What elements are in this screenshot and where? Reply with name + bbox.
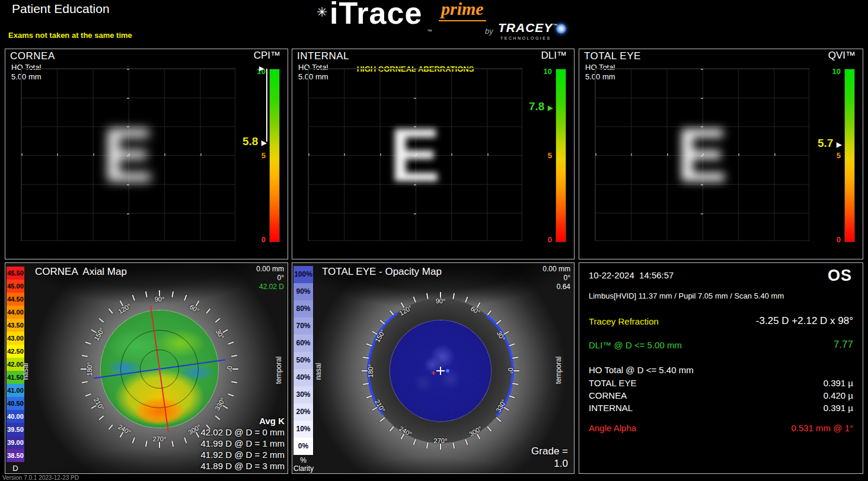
panel-total-eye-opacity-map: 100% 90% 80% 70% 60% 50% 40% 30% 20% 10%… — [292, 262, 575, 474]
exam-warning-text: Exams not taken at the same time — [8, 31, 132, 40]
tick-mark — [85, 393, 91, 396]
tick-mark — [503, 407, 509, 411]
dli-index-label: DLI™ — [541, 50, 567, 62]
logo-prime-text: prime — [439, 0, 486, 21]
tick-mark — [487, 427, 492, 432]
logo-itrace-text: iTrace — [330, 0, 422, 31]
tick-mark — [132, 437, 135, 443]
ho-total-header: HO Total @ D <= 5.40 mm — [589, 365, 694, 375]
scale-cell: 43.50 — [7, 319, 24, 332]
scale-cell: 44.50 — [7, 293, 24, 306]
scale-cell: 10% — [293, 421, 313, 438]
marker-arrow-icon: ▶ — [261, 139, 267, 147]
tick-mark — [184, 295, 187, 301]
panel-exam-summary: 10-22-2024 14:56:57 OS Limbus[HVID] 11.3… — [579, 262, 863, 474]
cpi-color-scale: 10 5 0 5.8 ▶ — [269, 69, 280, 242]
scale-cell: 30% — [293, 386, 313, 403]
scale-cell: 50% — [293, 352, 313, 369]
tick-mark — [496, 417, 502, 422]
ho-total-row: CORNEA0.420 µ — [589, 390, 853, 403]
angle-label: 0° — [507, 368, 514, 374]
angle-alpha-label: Angle Alpha — [589, 423, 636, 433]
dli-value: 7.77 — [834, 339, 853, 351]
grade-value: 1.0 — [531, 457, 568, 470]
panel-title: CORNEA — [10, 50, 55, 62]
biometry-summary: Limbus[HVID] 11.37 mm / Pupil 7.05 mm / … — [589, 291, 784, 300]
tick-mark — [159, 442, 160, 448]
avgk-row: 41.99 D @ D = 1 mm — [200, 438, 285, 449]
scale-cell: 43.00 — [7, 332, 24, 345]
panel-internal-simulation: INTERNAL HO Total 5.00 mm HIGH CORNEAL A… — [292, 49, 575, 259]
tick-mark — [509, 395, 515, 398]
scale-min-label: 0 — [548, 235, 552, 244]
refraction-label: Tracey Refraction — [589, 316, 659, 326]
flat-meridian-line — [94, 359, 225, 379]
cpi-value: 5.8 — [242, 135, 258, 147]
angle-label: 90° — [155, 296, 165, 303]
tick-mark — [171, 291, 174, 297]
dli-row: DLI™ @ D <= 5.00 mm 7.77 — [589, 340, 853, 353]
grade-readout: Grade = 1.0 — [531, 445, 568, 470]
panel-title: TOTAL EYE — [584, 50, 641, 62]
tick-mark — [440, 444, 441, 450]
angle-alpha-row: Angle Alpha 0.531 mm @ 1° — [589, 423, 853, 436]
value-marker: 7.8 ▶ — [529, 100, 553, 113]
tick-mark — [496, 320, 502, 325]
tick-mark — [98, 415, 104, 420]
scale-unit-percent: % — [293, 456, 313, 464]
angle-label: 240° — [117, 423, 132, 436]
qvi-index-label: QVI™ — [828, 50, 856, 62]
tick-mark — [222, 405, 228, 409]
tick-mark — [390, 427, 394, 432]
center-crosshair-icon — [436, 367, 445, 375]
panel-total-eye-simulation: TOTAL EYE HO Total 5.00 mm QVI™ E 10 5 0… — [579, 49, 863, 259]
tick-mark — [171, 441, 174, 447]
qvi-value: 5.7 — [818, 137, 833, 149]
simulated-optotype: E — [308, 68, 522, 241]
tick-mark — [487, 310, 492, 315]
cursor-readout: 0.00 mm 0° 0.64 — [542, 265, 570, 291]
scale-cell: 40% — [293, 369, 313, 386]
tick-mark — [379, 320, 385, 325]
scale-cell: 90% — [293, 283, 313, 300]
tick-mark — [426, 442, 429, 448]
steep-meridian-line — [150, 306, 169, 432]
avg-k-readout: Avg K 42.02 D @ D = 0 mm41.99 D @ D = 1 … — [200, 416, 285, 472]
scale-cell: 45.50 — [7, 267, 24, 280]
ho-total-rows: TOTAL EYE0.391 µ CORNEA0.420 µ INTERNAL0… — [589, 378, 853, 415]
map-title: TOTAL EYE - Opacity Map — [322, 266, 442, 278]
color-scale-bar — [269, 69, 280, 242]
angle-label: 270° — [153, 435, 167, 442]
angle-label: 60° — [189, 303, 200, 314]
tick-mark — [228, 342, 234, 345]
scale-max-label: 10 — [832, 67, 841, 76]
value-marker: 5.8 ▶ — [242, 135, 267, 148]
avg-k-title: Avg K — [200, 416, 285, 426]
scale-min-label: 0 — [837, 235, 841, 244]
tick-mark — [452, 442, 455, 448]
readout-mm: 0.00 mm — [256, 265, 284, 274]
angle-label: 300° — [187, 423, 202, 436]
color-scale-bar — [844, 69, 855, 242]
angle-label: 180° — [367, 364, 374, 378]
panel-cornea-simulation: CORNEA HO Total 5.00 mm CPI™ E 10 5 0 5.… — [5, 49, 288, 259]
tick-mark — [512, 357, 518, 359]
scale-min-label: 0 — [261, 235, 266, 244]
simulated-optotype: E — [21, 68, 235, 241]
itrace-logo: ✳ iTrace ™ prime by TRACEY™ TECHNOLOGIES — [320, 1, 575, 47]
scale-cell: 40.50 — [7, 397, 24, 410]
scale-max-label: 10 — [544, 67, 552, 76]
cursor-readout: 0.00 mm 0° 42.02 D — [256, 265, 284, 291]
tick-mark — [206, 308, 210, 313]
cpi-index-label: CPI™ — [254, 50, 280, 62]
ho-total-row: TOTAL EYE0.391 µ — [589, 378, 853, 390]
tick-mark — [426, 293, 429, 299]
tick-mark — [228, 393, 234, 396]
scale-cell: 45.00 — [7, 280, 24, 293]
clarity-color-scale: 100% 90% 80% 70% 60% 50% 40% 30% 20% 10%… — [293, 266, 313, 455]
tick-mark — [231, 381, 237, 383]
angle-label: 0° — [226, 366, 233, 373]
tick-mark — [98, 318, 104, 323]
scale-cell: 80% — [293, 300, 313, 318]
logo-tracey-text: TRACEY™ — [498, 21, 558, 35]
